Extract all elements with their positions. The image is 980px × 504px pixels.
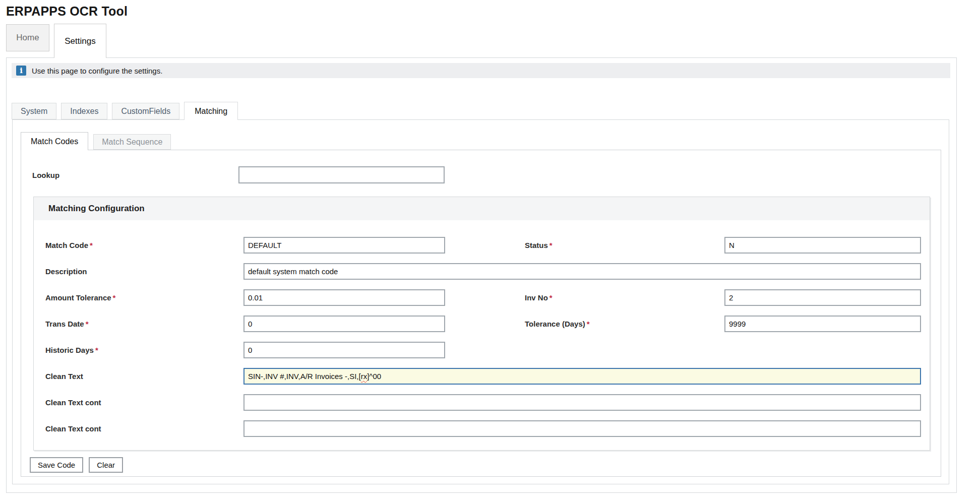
clean-text-cont-2-input[interactable] xyxy=(243,420,921,437)
match-code-label: Match Code* xyxy=(45,241,243,249)
matching-configuration-title: Matching Configuration xyxy=(34,197,930,220)
tab-match-sequence[interactable]: Match Sequence xyxy=(93,134,171,150)
info-bar-text: Use this page to configure the settings. xyxy=(32,67,162,75)
settings-tab-bar: System Indexes CustomFields Matching xyxy=(12,101,956,119)
required-marker: * xyxy=(549,293,553,302)
amount-tolerance-label: Amount Tolerance* xyxy=(45,293,243,302)
tab-matching[interactable]: Matching xyxy=(184,102,238,120)
tab-indexes[interactable]: Indexes xyxy=(61,103,107,119)
form-row-trans-date-tolerance-days: Trans Date* Tolerance (Days)* xyxy=(45,316,918,332)
amount-tolerance-input[interactable] xyxy=(243,289,445,306)
matching-configuration-body: Match Code* Status* Description xyxy=(34,220,930,450)
description-label: Description xyxy=(45,267,243,276)
clean-text-label: Clean Text xyxy=(45,372,243,381)
clean-text-value-suffix: ]^00 xyxy=(367,372,381,381)
inv-no-label: Inv No* xyxy=(525,293,724,302)
tab-customfields[interactable]: CustomFields xyxy=(112,103,179,119)
tolerance-days-label: Tolerance (Days)* xyxy=(525,320,724,328)
description-input[interactable] xyxy=(243,263,921,280)
clean-text-value-misspelled: rx xyxy=(361,372,368,381)
form-buttons: Save Code Clear xyxy=(30,457,941,473)
clean-text-cont-1-label: Clean Text cont xyxy=(45,398,243,407)
required-marker: * xyxy=(90,241,93,249)
clean-text-cont-1-input[interactable] xyxy=(243,394,921,411)
info-bar: i Use this page to configure the setting… xyxy=(12,63,950,78)
match-codes-panel: Lookup Matching Configuration Match Code… xyxy=(21,150,941,477)
historic-days-label: Historic Days* xyxy=(45,346,243,354)
info-icon: i xyxy=(16,66,26,76)
required-marker: * xyxy=(95,346,98,354)
top-tab-bar: Home Settings xyxy=(6,23,980,57)
tab-home[interactable]: Home xyxy=(6,24,49,51)
form-row-amount-tolerance-inv-no: Amount Tolerance* Inv No* xyxy=(45,289,918,306)
lookup-label: Lookup xyxy=(32,171,238,179)
matching-configuration-fieldset: Matching Configuration Match Code* Statu… xyxy=(33,197,930,451)
form-row-match-code-status: Match Code* Status* xyxy=(45,237,918,254)
historic-days-input[interactable] xyxy=(243,342,445,358)
required-marker: * xyxy=(549,241,553,249)
trans-date-label: Trans Date* xyxy=(45,320,243,328)
matching-subtab-bar: Match Codes Match Sequence xyxy=(21,132,949,150)
form-row-clean-text-cont-2: Clean Text cont xyxy=(45,420,918,437)
status-label: Status* xyxy=(525,241,724,249)
lookup-row: Lookup xyxy=(32,166,941,183)
form-row-clean-text-cont-1: Clean Text cont xyxy=(45,394,918,411)
save-code-button[interactable]: Save Code xyxy=(30,457,83,473)
tab-system[interactable]: System xyxy=(12,103,56,119)
tolerance-days-input[interactable] xyxy=(724,316,921,332)
inv-no-input[interactable] xyxy=(724,289,921,306)
clean-text-value-prefix: SIN-,INV #,INV,A/R Invoices -,SI,[ xyxy=(248,372,361,381)
required-marker: * xyxy=(587,320,590,328)
lookup-input[interactable] xyxy=(238,166,445,183)
clean-text-input[interactable]: SIN-,INV #,INV,A/R Invoices -,SI,[rx]^00 xyxy=(243,368,921,385)
required-marker: * xyxy=(86,320,89,328)
status-input[interactable] xyxy=(724,237,921,254)
settings-container: i Use this page to configure the setting… xyxy=(6,57,957,493)
matching-tab-panel: Match Codes Match Sequence Lookup Matchi… xyxy=(12,119,949,484)
clean-text-cont-2-label: Clean Text cont xyxy=(45,424,243,433)
trans-date-input[interactable] xyxy=(243,316,445,332)
match-code-input[interactable] xyxy=(243,237,445,254)
clear-button[interactable]: Clear xyxy=(89,457,123,473)
tab-match-codes[interactable]: Match Codes xyxy=(21,132,88,150)
form-row-clean-text: Clean Text SIN-,INV #,INV,A/R Invoices -… xyxy=(45,368,918,385)
tab-settings[interactable]: Settings xyxy=(54,24,106,58)
form-row-description: Description xyxy=(45,263,918,280)
required-marker: * xyxy=(113,293,116,302)
form-row-historic-days: Historic Days* xyxy=(45,342,918,358)
page-title: ERPAPPS OCR Tool xyxy=(6,4,980,19)
